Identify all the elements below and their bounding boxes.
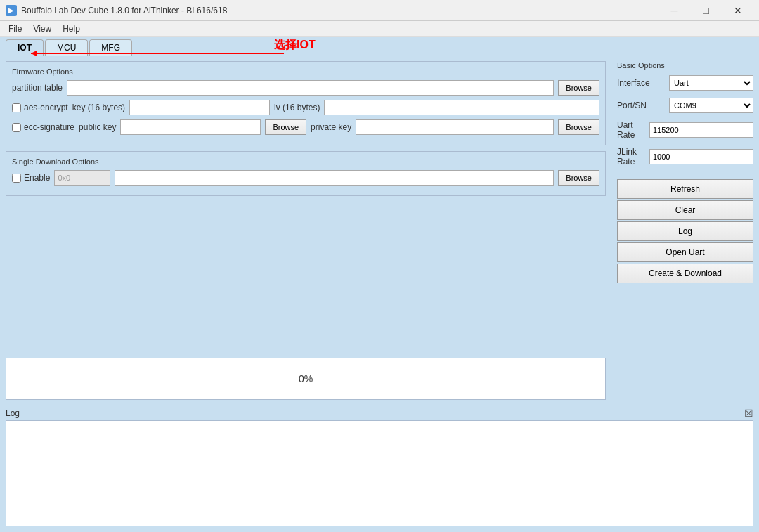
uart-rate-input[interactable] bbox=[649, 122, 753, 138]
menu-file[interactable]: File bbox=[3, 22, 27, 35]
refresh-button[interactable]: Refresh bbox=[617, 179, 753, 199]
jlink-rate-label: JLink Rate bbox=[617, 147, 647, 167]
annotation-text: 选择IOT bbox=[274, 38, 316, 53]
interface-row: Interface Uart bbox=[617, 75, 753, 91]
app-icon: ▶ bbox=[6, 5, 17, 16]
port-select[interactable]: COM9 bbox=[669, 98, 753, 113]
firmware-options-section: Firmware Options partition table Browse … bbox=[6, 61, 606, 145]
private-key-browse-button[interactable]: Browse bbox=[558, 119, 599, 135]
interface-label: Interface bbox=[617, 78, 666, 88]
action-buttons: Refresh Clear Log Open Uart Create & Dow… bbox=[617, 179, 753, 285]
ecc-signature-label: ecc-signature bbox=[24, 122, 74, 132]
log-body bbox=[6, 420, 753, 526]
menu-bar: File View Help bbox=[0, 21, 759, 37]
private-key-input[interactable] bbox=[356, 119, 554, 135]
log-close-icon[interactable]: ☒ bbox=[744, 408, 753, 419]
title-bar: ▶ Bouffalo Lab Dev Cube 1.8.0 for AiThin… bbox=[0, 0, 759, 21]
uart-rate-label: Uart Rate bbox=[617, 120, 647, 140]
right-panel: Basic Options Interface Uart Port/SN COM… bbox=[611, 56, 759, 406]
aes-encrypt-label: aes-encrypt bbox=[24, 103, 68, 112]
firmware-options-title: Firmware Options bbox=[12, 67, 599, 76]
aes-encrypt-row: aes-encrypt key (16 bytes) iv (16 bytes) bbox=[12, 100, 599, 115]
enable-checkbox-label: Enable bbox=[12, 173, 50, 183]
progress-text: 0% bbox=[299, 373, 313, 384]
public-key-input[interactable] bbox=[120, 119, 261, 135]
public-key-browse-button[interactable]: Browse bbox=[265, 119, 306, 135]
progress-bar-area: 0% bbox=[6, 358, 606, 400]
key-input[interactable] bbox=[129, 100, 270, 115]
aes-encrypt-checkbox-label: aes-encrypt bbox=[12, 103, 68, 112]
tab-iot[interactable]: IOT bbox=[6, 39, 44, 56]
partition-table-row: partition table Browse bbox=[12, 80, 599, 96]
partition-table-input[interactable] bbox=[67, 80, 554, 96]
maximize-button[interactable]: □ bbox=[690, 0, 722, 21]
log-section: Log ☒ bbox=[0, 406, 759, 532]
menu-view[interactable]: View bbox=[27, 22, 57, 35]
spacer bbox=[6, 202, 606, 352]
create-download-button[interactable]: Create & Download bbox=[617, 264, 753, 283]
key-label: key (16 bytes) bbox=[72, 103, 125, 112]
basic-options-title: Basic Options bbox=[617, 61, 753, 70]
port-row: Port/SN COM9 bbox=[617, 98, 753, 113]
log-header: Log ☒ bbox=[0, 406, 759, 420]
jlink-rate-input[interactable] bbox=[649, 149, 753, 164]
file-path-input[interactable] bbox=[115, 170, 554, 186]
close-button[interactable]: ✕ bbox=[722, 0, 753, 21]
ecc-signature-checkbox-label: ecc-signature bbox=[12, 122, 74, 132]
private-key-label: private key bbox=[311, 122, 351, 132]
title-bar-controls: ─ □ ✕ bbox=[659, 0, 753, 21]
port-label: Port/SN bbox=[617, 100, 666, 110]
title-bar-title: Bouffalo Lab Dev Cube 1.8.0 for AiThinke… bbox=[21, 6, 227, 15]
single-download-row: Enable Browse bbox=[12, 170, 599, 186]
ecc-signature-checkbox[interactable] bbox=[12, 123, 21, 132]
clear-button[interactable]: Clear bbox=[617, 200, 753, 220]
title-bar-left: ▶ Bouffalo Lab Dev Cube 1.8.0 for AiThin… bbox=[6, 5, 227, 16]
public-key-label: public key bbox=[79, 122, 116, 132]
tab-mfg[interactable]: MFG bbox=[89, 39, 132, 56]
interface-select[interactable]: Uart bbox=[669, 75, 753, 91]
minimize-button[interactable]: ─ bbox=[659, 0, 690, 21]
enable-label: Enable bbox=[24, 173, 50, 183]
iv-label: iv (16 bytes) bbox=[274, 103, 320, 112]
enable-checkbox[interactable] bbox=[12, 174, 21, 183]
single-download-title: Single Download Options bbox=[12, 157, 599, 166]
single-browse-button[interactable]: Browse bbox=[558, 170, 599, 186]
ecc-signature-row: ecc-signature public key Browse private … bbox=[12, 119, 599, 135]
left-panel: Firmware Options partition table Browse … bbox=[0, 56, 611, 406]
uart-rate-row: Uart Rate bbox=[617, 120, 753, 140]
main-content: Firmware Options partition table Browse … bbox=[0, 56, 759, 406]
jlink-rate-row: JLink Rate bbox=[617, 147, 753, 167]
log-button[interactable]: Log bbox=[617, 221, 753, 241]
partition-table-label: partition table bbox=[12, 83, 63, 93]
tab-mcu[interactable]: MCU bbox=[45, 39, 88, 56]
menu-help[interactable]: Help bbox=[57, 22, 86, 35]
open-uart-button[interactable]: Open Uart bbox=[617, 242, 753, 262]
log-title: Log bbox=[6, 408, 20, 418]
partition-browse-button[interactable]: Browse bbox=[558, 80, 599, 96]
address-input[interactable] bbox=[54, 170, 110, 186]
tabs-row: IOT MCU MFG 选择IOT bbox=[0, 37, 759, 56]
single-download-section: Single Download Options Enable Browse bbox=[6, 151, 606, 196]
iv-input[interactable] bbox=[324, 100, 599, 115]
aes-encrypt-checkbox[interactable] bbox=[12, 103, 21, 112]
